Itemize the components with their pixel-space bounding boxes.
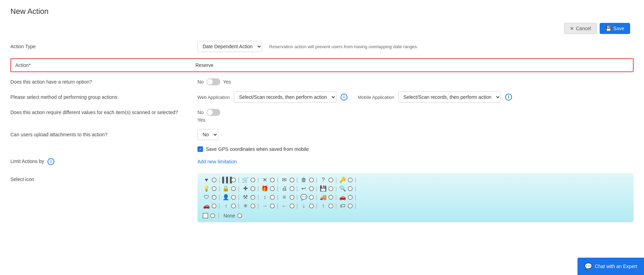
radio-cart[interactable] (250, 178, 255, 182)
cancel-button[interactable]: ✕ Cancel (564, 23, 597, 34)
radio-envelope[interactable] (290, 178, 294, 182)
return-no-label: No (197, 79, 204, 85)
radio-question[interactable] (328, 178, 333, 182)
diff-values-label: Does this action require different value… (10, 109, 191, 116)
icon-arrow-up: ↑ (319, 203, 327, 209)
radio-bulb[interactable] (212, 186, 217, 191)
radio-stack[interactable] (290, 195, 294, 200)
radio-none[interactable] (237, 213, 242, 218)
radio-search[interactable] (348, 186, 353, 191)
web-app-select[interactable]: Select/Scan records, then perform action (234, 92, 336, 103)
radio-undo[interactable] (309, 186, 314, 191)
action-type-label: Action Type (10, 44, 191, 49)
car-icon: 🚗 (339, 194, 346, 200)
icon-car2: 🚗 (203, 203, 210, 209)
radio-asterisk[interactable] (250, 204, 255, 208)
return-option-label: Does this action have a return option? (10, 79, 191, 85)
radio-x[interactable] (270, 178, 275, 182)
return-yes-label: Yes (223, 79, 231, 85)
icon-key: 🔑 (339, 177, 346, 183)
icon-envelope: ✉ (281, 177, 288, 183)
radio-comment[interactable] (309, 195, 314, 200)
barcode-icon: ▌▌▌ (222, 177, 230, 183)
diff-values-controls: No Yes (197, 109, 220, 123)
none-square-icon (203, 213, 208, 218)
return-option-toggle[interactable] (206, 78, 220, 85)
icon-stack: ≡ (281, 194, 288, 200)
icon-row-1: ♥ | ▌▌▌ | 🛒 | ✕ | ✉ | 🗑 (203, 177, 628, 183)
asterisk-icon: ✳ (241, 203, 249, 209)
gps-row: ✓ Save GPS coordinates when saved from m… (10, 146, 634, 152)
icon-sort: ↕ (261, 194, 268, 200)
icon-shield: 🛡 (203, 194, 210, 200)
limit-actions-label: Limit Actions by i (10, 158, 191, 165)
radio-arrow-down[interactable] (309, 204, 314, 208)
arrow-up-icon: ↑ (319, 203, 327, 209)
printer-icon: 🖨 (281, 186, 288, 192)
radio-arrow-right[interactable] (270, 204, 275, 208)
car2-icon: 🚗 (203, 203, 210, 209)
icon-grid-container: ♥ | ▌▌▌ | 🛒 | ✕ | ✉ | 🗑 (197, 173, 634, 222)
radio-car[interactable] (348, 195, 353, 200)
gps-toggle-row: ✓ Save GPS coordinates when saved from m… (197, 146, 309, 152)
radio-truck[interactable] (328, 195, 333, 200)
group-action-controls: Web Application Select/Scan records, the… (197, 92, 634, 103)
envelope-icon: ✉ (281, 177, 288, 183)
radio-gift[interactable] (270, 186, 275, 191)
radio-sort[interactable] (270, 195, 275, 200)
comment-icon: 💬 (300, 194, 308, 200)
radio-barcode[interactable] (231, 178, 236, 182)
radio-lock[interactable] (231, 186, 236, 191)
radio-printer[interactable] (290, 186, 294, 191)
action-type-controls: Date Dependent Action Reservation action… (197, 41, 634, 52)
radio-save[interactable] (328, 186, 333, 191)
cart-icon: 🛒 (241, 177, 249, 183)
radio-arrow-up[interactable] (328, 204, 333, 208)
save-icon: 💾 (606, 26, 611, 31)
upload-select[interactable]: No (197, 129, 218, 140)
icon-row-3: 🛡 | 👤 | ⚒ | ↕ | ≡ | 💬 (203, 194, 628, 200)
radio-plus[interactable] (250, 186, 255, 191)
add-limitation-link[interactable]: Add new limitation (197, 159, 237, 164)
diff-no-label: No (197, 110, 204, 115)
return-option-controls: No Yes (197, 78, 634, 85)
radio-heart[interactable] (212, 178, 217, 182)
radio-key[interactable] (348, 178, 353, 182)
key-icon: 🔑 (339, 177, 346, 183)
web-app-info-icon[interactable]: i (341, 94, 347, 101)
chat-bubble-icon: 💬 (584, 263, 592, 270)
gps-checkbox[interactable]: ✓ (197, 146, 203, 152)
chat-expert-label: Chat with an Expert (595, 264, 637, 269)
icon-row-2: 💡 | 🔒 | ✚ | 🎁 | 🖨 | ↩ (203, 185, 628, 192)
icon-save: 💾 (319, 185, 327, 192)
save-button[interactable]: 💾 Save (600, 23, 630, 34)
web-app-label: Web Application (197, 95, 230, 100)
none-row: | None (203, 213, 628, 219)
limit-info-icon[interactable]: i (47, 158, 54, 165)
radio-none-sq[interactable] (210, 213, 215, 218)
radio-tag[interactable] (348, 204, 353, 208)
icon-tools: ⚒ (241, 194, 249, 200)
action-type-select[interactable]: Date Dependent Action (197, 41, 262, 52)
diff-values-toggle[interactable] (206, 109, 220, 116)
arrow-down-icon: ↓ (300, 203, 308, 209)
chat-expert-button[interactable]: 💬 Chat with an Expert (577, 258, 644, 275)
mobile-app-select[interactable]: Select/Scan records, then perform action (398, 92, 501, 103)
radio-car2[interactable] (212, 204, 217, 208)
icon-question: ? (319, 177, 327, 183)
form-section: Action Type Date Dependent Action Reserv… (10, 41, 634, 222)
icon-asterisk: ✳ (241, 203, 249, 209)
action-input[interactable] (191, 60, 633, 71)
radio-trash[interactable] (309, 178, 314, 182)
icon-comment: 💬 (300, 194, 308, 200)
icon-arrow-down: ↓ (300, 203, 308, 209)
radio-user[interactable] (231, 195, 236, 200)
radio-person[interactable] (231, 204, 236, 208)
radio-arrow-left[interactable] (290, 204, 294, 208)
upload-label: Can users upload attachments to this act… (10, 132, 191, 137)
mobile-app-info-icon[interactable]: i (505, 94, 512, 101)
bulb-icon: 💡 (203, 185, 210, 192)
radio-tools[interactable] (250, 195, 255, 200)
radio-shield[interactable] (212, 195, 217, 200)
icon-gift: 🎁 (261, 185, 268, 192)
